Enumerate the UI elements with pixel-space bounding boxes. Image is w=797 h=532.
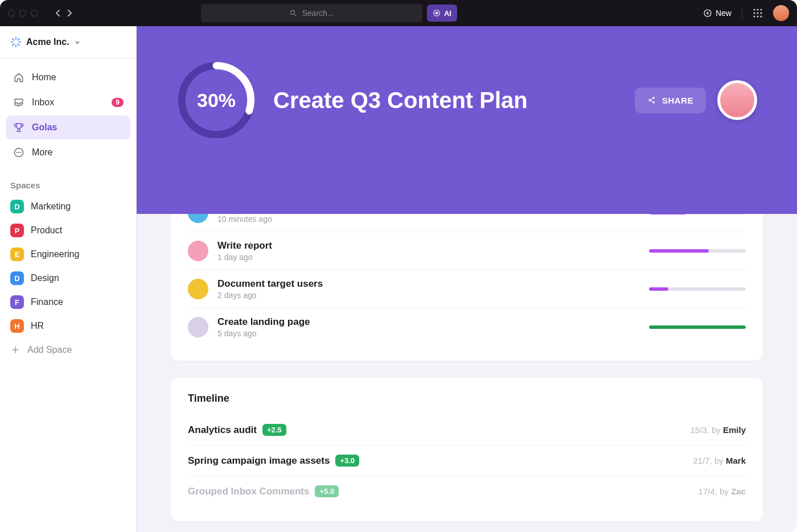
space-letter-icon: P xyxy=(10,224,24,237)
titlebar-right: New xyxy=(703,5,789,21)
workspace-logo-icon xyxy=(10,36,22,48)
nav-home-label: Home xyxy=(32,72,56,83)
target-progress xyxy=(649,249,746,253)
search-wrap: Search... AI xyxy=(201,4,457,22)
nav-inbox[interactable]: Inbox 9 xyxy=(6,90,130,114)
new-label: New xyxy=(716,9,732,18)
workspace-name: Acme Inc. xyxy=(26,37,69,47)
target-title: Write report xyxy=(217,240,640,251)
nav-goals[interactable]: Golas xyxy=(6,116,130,139)
svg-point-7 xyxy=(760,9,762,10)
chevron-down-icon xyxy=(74,39,81,46)
workspace-switcher[interactable]: Acme Inc. xyxy=(0,26,136,59)
sidebar: Acme Inc. Home Inbox 9 Golas More Spaces xyxy=(0,26,137,532)
timeline-header: Timeline xyxy=(188,393,746,405)
target-subtitle: 2 days ago xyxy=(217,291,640,300)
svg-point-8 xyxy=(753,12,755,14)
apps-grid-icon[interactable] xyxy=(753,8,763,18)
nav-more-label: More xyxy=(32,147,52,158)
assignee-avatar xyxy=(188,317,208,337)
svg-point-11 xyxy=(753,15,755,17)
timeline-row[interactable]: Grouped Inbox Comments+5.017/4, by Zac xyxy=(188,476,746,506)
space-item[interactable]: PProduct xyxy=(0,218,136,242)
spaces-list: DMarketingPProductEEngineeringDDesignFFi… xyxy=(0,195,136,338)
inbox-badge: 9 xyxy=(112,98,124,107)
new-button[interactable]: New xyxy=(703,9,732,18)
target-row[interactable]: Document target users2 days ago xyxy=(188,270,746,308)
spaces-header: Spaces xyxy=(0,171,136,195)
timeline-meta: 15/3, by Emily xyxy=(690,425,746,435)
home-icon xyxy=(13,71,25,84)
space-name: HR xyxy=(31,321,44,331)
target-row[interactable]: Write report1 day ago xyxy=(188,232,746,270)
share-button[interactable]: SHARE xyxy=(635,88,706,113)
space-letter-icon: E xyxy=(10,248,24,261)
close-dot[interactable] xyxy=(8,10,15,17)
svg-point-6 xyxy=(757,9,758,10)
add-space-button[interactable]: Add Space xyxy=(0,338,136,362)
space-letter-icon: D xyxy=(10,271,24,285)
svg-point-24 xyxy=(18,152,19,153)
svg-point-23 xyxy=(17,152,18,153)
search-input[interactable]: Search... xyxy=(201,4,422,22)
timeline-title: Analytics audit xyxy=(188,424,257,436)
nav-home[interactable]: Home xyxy=(6,65,130,89)
ai-icon xyxy=(433,9,441,17)
timeline-meta: 21/7, by Mark xyxy=(693,456,746,465)
titlebar: Search... AI New xyxy=(0,0,797,26)
svg-point-12 xyxy=(757,15,758,17)
space-letter-icon: F xyxy=(10,295,24,309)
timeline-row[interactable]: Analytics audit+2.515/3, by Emily xyxy=(188,415,746,446)
space-item[interactable]: DMarketing xyxy=(0,195,136,218)
hero: 30% Create Q3 Content Plan SHARE xyxy=(137,26,797,214)
ai-label: AI xyxy=(444,9,451,18)
svg-line-18 xyxy=(13,39,14,40)
target-subtitle: 1 day ago xyxy=(217,253,640,262)
minimize-dot[interactable] xyxy=(19,10,26,17)
target-title: Create landing page xyxy=(217,316,640,328)
target-subtitle: 10 minutes ago xyxy=(217,215,640,224)
space-item[interactable]: EEngineering xyxy=(0,242,136,266)
space-name: Product xyxy=(31,225,62,236)
search-placeholder: Search... xyxy=(302,9,334,18)
space-name: Design xyxy=(31,273,59,283)
history-nav xyxy=(54,9,74,18)
forward-button[interactable] xyxy=(65,9,74,18)
trophy-icon xyxy=(13,121,25,134)
main: 30% Create Q3 Content Plan SHARE Targets… xyxy=(137,26,797,532)
share-label: SHARE xyxy=(662,96,693,105)
space-item[interactable]: FFinance xyxy=(0,290,136,314)
nav-more[interactable]: More xyxy=(6,141,130,164)
owner-avatar[interactable] xyxy=(717,80,757,120)
assignee-avatar xyxy=(188,241,208,261)
space-item[interactable]: DDesign xyxy=(0,266,136,290)
timeline-chip: +5.0 xyxy=(315,485,339,497)
window-traffic-lights xyxy=(8,10,38,17)
svg-line-20 xyxy=(13,44,14,46)
share-icon xyxy=(647,96,656,105)
ai-button[interactable]: AI xyxy=(427,5,457,22)
timeline-title: Spring campaign image assets xyxy=(188,455,330,467)
zoom-dot[interactable] xyxy=(31,10,38,17)
timeline-row[interactable]: Spring campaign image assets+3.021/7, by… xyxy=(188,446,746,476)
back-button[interactable] xyxy=(54,9,63,18)
page-title: Create Q3 Content Plan xyxy=(273,88,528,113)
timeline-chip: +2.5 xyxy=(262,424,286,436)
space-letter-icon: H xyxy=(10,319,24,333)
svg-line-19 xyxy=(18,44,19,46)
target-progress xyxy=(649,325,746,329)
space-item[interactable]: HHR xyxy=(0,314,136,338)
assignee-avatar xyxy=(188,279,208,299)
timeline-chip: +3.0 xyxy=(335,455,359,467)
space-letter-icon: D xyxy=(10,200,24,213)
primary-nav: Home Inbox 9 Golas More xyxy=(0,59,136,171)
search-icon xyxy=(289,9,297,17)
user-avatar[interactable] xyxy=(773,5,789,21)
plus-circle-icon xyxy=(703,9,712,18)
nav-inbox-label: Inbox xyxy=(32,97,54,108)
svg-point-5 xyxy=(753,9,755,10)
target-row[interactable]: Create landing page5 days ago xyxy=(188,308,746,346)
space-name: Marketing xyxy=(31,201,71,212)
svg-point-0 xyxy=(291,10,295,14)
timeline-meta: 17/4, by Zac xyxy=(699,486,746,496)
